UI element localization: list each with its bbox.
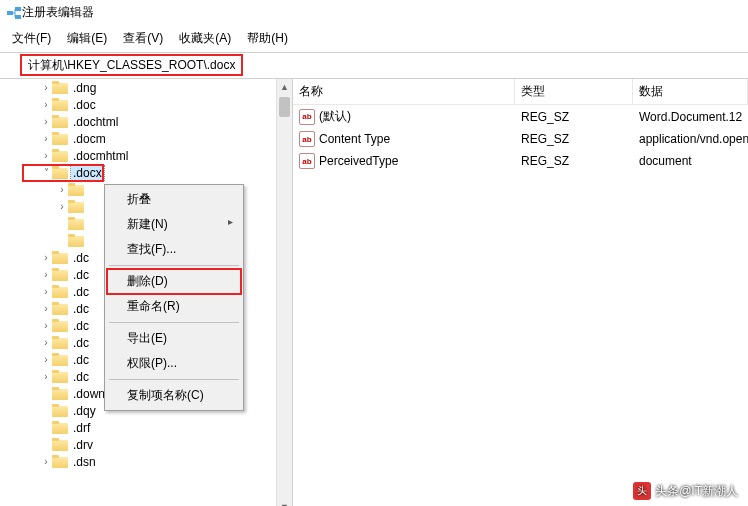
chevron-right-icon[interactable]: › — [40, 99, 52, 110]
chevron-right-icon[interactable]: › — [40, 286, 52, 297]
tree-item-label: .docx — [71, 166, 104, 180]
context-menu-item[interactable]: 折叠 — [107, 187, 241, 212]
value-name: (默认) — [319, 108, 351, 125]
tree-item-label: .dqy — [71, 404, 98, 418]
chevron-right-icon[interactable]: › — [56, 184, 68, 195]
context-menu-item[interactable]: 重命名(R) — [107, 294, 241, 319]
folder-icon — [52, 132, 68, 145]
tree-item[interactable]: .drf — [0, 419, 292, 436]
folder-icon — [52, 285, 68, 298]
tree-item-label: .dc — [71, 370, 91, 384]
context-menu-item[interactable]: 查找(F)... — [107, 237, 241, 262]
tree-item[interactable]: ˅.docx — [0, 164, 292, 181]
tree-item-label: .drf — [71, 421, 92, 435]
title-bar: 注册表编辑器 — [0, 0, 748, 25]
tree-item-label: .dc — [71, 251, 91, 265]
string-value-icon: ab — [299, 153, 315, 169]
tree-item-label: .dc — [71, 268, 91, 282]
tree-item-label: .dc — [71, 336, 91, 350]
tree-item-label: .dc — [71, 353, 91, 367]
tree-item-label: .dc — [71, 319, 91, 333]
value-data: application/vnd.openxmlfo — [633, 131, 748, 147]
scroll-down-button[interactable]: ▼ — [277, 499, 292, 506]
folder-icon — [52, 455, 68, 468]
value-name: Content Type — [319, 132, 390, 146]
column-name[interactable]: 名称 — [293, 79, 515, 104]
chevron-right-icon[interactable]: › — [40, 252, 52, 263]
context-menu-item[interactable]: 导出(E) — [107, 326, 241, 351]
tree-item-label: .docm — [71, 132, 108, 146]
chevron-right-icon[interactable]: › — [40, 337, 52, 348]
chevron-right-icon[interactable]: › — [40, 82, 52, 93]
address-text: 计算机\HKEY_CLASSES_ROOT\.docx — [28, 57, 235, 74]
tree-pane[interactable]: ›.dng›.doc›.dochtml›.docm›.docmhtml˅.doc… — [0, 79, 293, 506]
chevron-right-icon[interactable]: › — [40, 116, 52, 127]
menu-view[interactable]: 查看(V) — [115, 27, 171, 50]
folder-icon — [52, 81, 68, 94]
column-data[interactable]: 数据 — [633, 79, 748, 104]
tree-item[interactable]: ›.docmhtml — [0, 147, 292, 164]
svg-rect-2 — [15, 15, 21, 19]
string-value-icon: ab — [299, 109, 315, 125]
tree-item[interactable]: ›.dsn — [0, 453, 292, 470]
context-menu-item[interactable]: 删除(D) — [107, 269, 241, 294]
folder-icon — [68, 183, 84, 196]
chevron-down-icon[interactable]: ˅ — [40, 167, 52, 178]
chevron-right-icon[interactable]: › — [40, 371, 52, 382]
tree-item[interactable]: ›.dng — [0, 79, 292, 96]
context-menu: 折叠新建(N)查找(F)...删除(D)重命名(R)导出(E)权限(P)...复… — [104, 184, 244, 411]
tree-item-label: .docmhtml — [71, 149, 130, 163]
value-type: REG_SZ — [515, 131, 633, 147]
folder-icon — [52, 438, 68, 451]
watermark-icon: 头 — [633, 482, 651, 500]
chevron-right-icon[interactable]: › — [40, 354, 52, 365]
menu-edit[interactable]: 编辑(E) — [59, 27, 115, 50]
list-row[interactable]: ab(默认)REG_SZWord.Document.12 — [293, 105, 748, 128]
chevron-right-icon[interactable]: › — [56, 201, 68, 212]
string-value-icon: ab — [299, 131, 315, 147]
folder-icon — [52, 302, 68, 315]
column-type[interactable]: 类型 — [515, 79, 633, 104]
list-row[interactable]: abPerceivedTypeREG_SZdocument — [293, 150, 748, 172]
menu-separator — [109, 379, 239, 380]
scroll-thumb[interactable] — [279, 97, 290, 117]
tree-item[interactable]: ›.dochtml — [0, 113, 292, 130]
chevron-right-icon[interactable]: › — [40, 320, 52, 331]
folder-icon — [52, 387, 68, 400]
menu-help[interactable]: 帮助(H) — [239, 27, 296, 50]
folder-icon — [52, 268, 68, 281]
folder-icon — [68, 217, 84, 230]
chevron-right-icon[interactable]: › — [40, 303, 52, 314]
watermark: 头 头条@IT新潮人 — [633, 482, 738, 500]
menu-bar: 文件(F) 编辑(E) 查看(V) 收藏夹(A) 帮助(H) — [0, 25, 748, 53]
list-header: 名称 类型 数据 — [293, 79, 748, 105]
chevron-right-icon[interactable]: › — [40, 150, 52, 161]
folder-icon — [52, 421, 68, 434]
folder-icon — [68, 200, 84, 213]
value-name: PerceivedType — [319, 154, 398, 168]
context-menu-item[interactable]: 权限(P)... — [107, 351, 241, 376]
tree-item[interactable]: .drv — [0, 436, 292, 453]
value-data: document — [633, 153, 748, 169]
value-type: REG_SZ — [515, 109, 633, 125]
chevron-right-icon[interactable]: › — [40, 456, 52, 467]
folder-icon — [52, 98, 68, 111]
watermark-text: 头条@IT新潮人 — [655, 483, 738, 500]
list-row[interactable]: abContent TypeREG_SZapplication/vnd.open… — [293, 128, 748, 150]
value-type: REG_SZ — [515, 153, 633, 169]
menu-file[interactable]: 文件(F) — [4, 27, 59, 50]
chevron-right-icon[interactable]: › — [40, 133, 52, 144]
tree-item-label: .dochtml — [71, 115, 120, 129]
chevron-right-icon[interactable]: › — [40, 269, 52, 280]
address-input-highlight[interactable]: 计算机\HKEY_CLASSES_ROOT\.docx — [20, 54, 243, 76]
tree-item[interactable]: ›.docm — [0, 130, 292, 147]
context-menu-item[interactable]: 复制项名称(C) — [107, 383, 241, 408]
context-menu-item[interactable]: 新建(N) — [107, 212, 241, 237]
address-bar: 计算机\HKEY_CLASSES_ROOT\.docx — [0, 53, 748, 79]
tree-item[interactable]: ›.doc — [0, 96, 292, 113]
tree-scrollbar[interactable]: ▲ ▼ — [276, 79, 292, 506]
menu-separator — [109, 322, 239, 323]
menu-favorites[interactable]: 收藏夹(A) — [171, 27, 239, 50]
scroll-up-button[interactable]: ▲ — [277, 79, 292, 95]
list-pane[interactable]: 名称 类型 数据 ab(默认)REG_SZWord.Document.12abC… — [293, 79, 748, 506]
